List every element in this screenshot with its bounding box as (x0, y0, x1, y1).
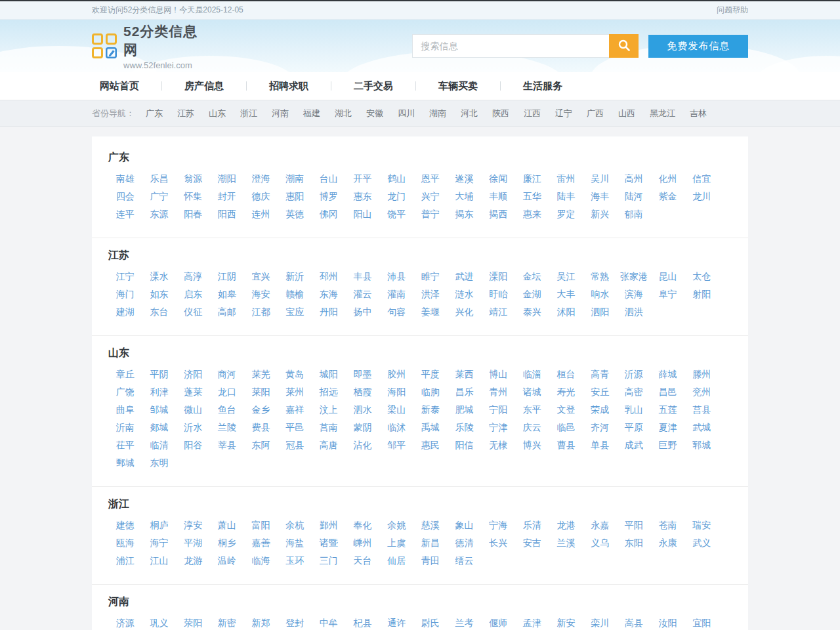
city-link[interactable]: 登封 (278, 614, 312, 630)
city-link[interactable]: 永康 (651, 534, 685, 552)
city-link[interactable]: 普宁 (413, 205, 448, 223)
city-link[interactable]: 海阳 (379, 383, 413, 401)
city-link[interactable]: 常熟 (583, 268, 617, 285)
city-link[interactable]: 涟水 (448, 285, 482, 303)
city-link[interactable]: 吴川 (583, 170, 617, 188)
city-link[interactable]: 佛冈 (312, 205, 346, 223)
city-link[interactable]: 溧阳 (481, 268, 515, 285)
city-link[interactable]: 响水 (583, 285, 617, 303)
city-link[interactable]: 大埔 (448, 188, 482, 205)
search-button[interactable] (609, 34, 639, 58)
city-link[interactable]: 象山 (448, 516, 482, 534)
city-link[interactable]: 东明 (142, 454, 177, 472)
city-link[interactable]: 台山 (312, 170, 346, 188)
city-link[interactable]: 莱州 (278, 383, 312, 401)
city-link[interactable]: 郁南 (617, 205, 651, 223)
city-link[interactable]: 泗水 (346, 401, 380, 419)
city-link[interactable]: 恩平 (413, 170, 448, 188)
city-link[interactable]: 揭东 (448, 205, 482, 223)
province-link[interactable]: 湖北 (335, 108, 352, 119)
city-link[interactable]: 邳州 (312, 268, 346, 285)
city-link[interactable]: 宜阳 (684, 614, 719, 630)
city-link[interactable]: 蓬莱 (176, 383, 210, 401)
province-link[interactable]: 山西 (618, 108, 635, 119)
city-link[interactable]: 兖州 (684, 383, 719, 401)
city-link[interactable]: 富阳 (244, 516, 278, 534)
city-link[interactable]: 奉化 (346, 516, 380, 534)
city-link[interactable]: 建德 (108, 516, 142, 534)
city-link[interactable]: 连州 (244, 205, 278, 223)
city-link[interactable]: 临清 (142, 436, 177, 454)
city-link[interactable]: 五华 (515, 188, 549, 205)
city-link[interactable]: 化州 (651, 170, 685, 188)
city-link[interactable]: 汶上 (312, 401, 346, 419)
city-link[interactable]: 扬中 (346, 303, 380, 321)
search-input[interactable] (412, 34, 609, 58)
city-link[interactable]: 大丰 (549, 285, 583, 303)
city-link[interactable]: 乐陵 (448, 419, 482, 436)
city-link[interactable]: 阜宁 (651, 285, 685, 303)
city-link[interactable]: 莒县 (684, 401, 719, 419)
city-link[interactable]: 广宁 (142, 188, 177, 205)
province-link[interactable]: 河北 (461, 108, 478, 119)
city-link[interactable]: 开平 (346, 170, 380, 188)
city-link[interactable]: 章丘 (108, 366, 142, 383)
city-link[interactable]: 上虞 (379, 534, 413, 552)
city-link[interactable]: 临淄 (515, 366, 549, 383)
city-link[interactable]: 溧水 (142, 268, 177, 285)
city-link[interactable]: 平原 (617, 419, 651, 436)
province-link[interactable]: 江西 (524, 108, 541, 119)
city-link[interactable]: 龙游 (176, 552, 210, 570)
city-link[interactable]: 淳安 (176, 516, 210, 534)
city-link[interactable]: 乐昌 (142, 170, 177, 188)
city-link[interactable]: 如皋 (210, 285, 244, 303)
city-link[interactable]: 临沭 (379, 419, 413, 436)
city-link[interactable]: 五莲 (651, 401, 685, 419)
city-link[interactable]: 单县 (583, 436, 617, 454)
city-link[interactable]: 荣成 (583, 401, 617, 419)
site-logo[interactable]: 52分类信息网 www.52fenlei.com (92, 22, 199, 70)
city-link[interactable]: 仙居 (379, 552, 413, 570)
city-link[interactable]: 金湖 (515, 285, 549, 303)
city-link[interactable]: 南雄 (108, 170, 142, 188)
province-link[interactable]: 福建 (303, 108, 320, 119)
city-link[interactable]: 莒南 (312, 419, 346, 436)
city-link[interactable]: 丰顺 (481, 188, 515, 205)
city-link[interactable]: 丹阳 (312, 303, 346, 321)
province-link[interactable]: 河南 (272, 108, 289, 119)
city-link[interactable]: 微山 (176, 401, 210, 419)
city-link[interactable]: 栖霞 (346, 383, 380, 401)
city-link[interactable]: 新泰 (413, 401, 448, 419)
city-link[interactable]: 新沂 (278, 268, 312, 285)
province-link[interactable]: 湖南 (429, 108, 446, 119)
province-link[interactable]: 辽宁 (555, 108, 572, 119)
city-link[interactable]: 宝应 (278, 303, 312, 321)
city-link[interactable]: 沂源 (617, 366, 651, 383)
city-link[interactable]: 盱眙 (481, 285, 515, 303)
city-link[interactable]: 安吉 (515, 534, 549, 552)
city-link[interactable]: 苍南 (651, 516, 685, 534)
city-link[interactable]: 廉江 (515, 170, 549, 188)
city-link[interactable]: 诸城 (515, 383, 549, 401)
city-link[interactable]: 中牟 (312, 614, 346, 630)
city-link[interactable]: 武进 (448, 268, 482, 285)
city-link[interactable]: 龙川 (684, 188, 719, 205)
city-link[interactable]: 蒙阴 (346, 419, 380, 436)
city-link[interactable]: 天台 (346, 552, 380, 570)
city-link[interactable]: 海宁 (142, 534, 177, 552)
city-link[interactable]: 句容 (379, 303, 413, 321)
city-link[interactable]: 英德 (278, 205, 312, 223)
city-link[interactable]: 罗定 (549, 205, 583, 223)
city-link[interactable]: 尉氏 (413, 614, 448, 630)
city-link[interactable]: 庆云 (515, 419, 549, 436)
city-link[interactable]: 澄海 (244, 170, 278, 188)
city-link[interactable]: 德庆 (244, 188, 278, 205)
city-link[interactable]: 高州 (617, 170, 651, 188)
city-link[interactable]: 东源 (142, 205, 177, 223)
city-link[interactable]: 莱阳 (244, 383, 278, 401)
province-link[interactable]: 广东 (146, 108, 163, 119)
city-link[interactable]: 平邑 (278, 419, 312, 436)
city-link[interactable]: 武义 (684, 534, 719, 552)
city-link[interactable]: 玉环 (278, 552, 312, 570)
city-link[interactable]: 安丘 (583, 383, 617, 401)
